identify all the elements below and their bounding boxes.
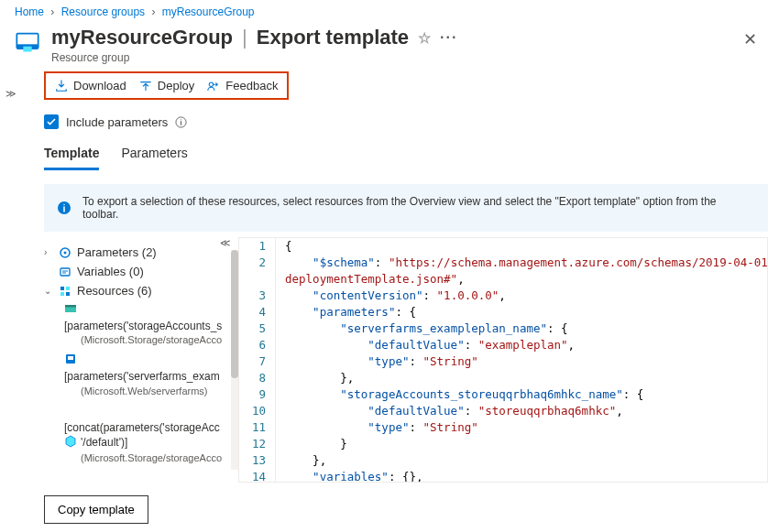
svg-point-3 [209, 82, 213, 86]
storage-icon [64, 435, 77, 451]
svg-rect-9 [60, 287, 64, 290]
parameters-icon [59, 246, 71, 259]
resources-icon [59, 285, 71, 298]
bc-sep: › [50, 5, 54, 18]
tab-template[interactable]: Template [44, 142, 99, 170]
tree-node-parameters[interactable]: › Parameters (2) [44, 243, 231, 262]
tabs: Template Parameters [44, 142, 768, 171]
collapse-tree-icon[interactable]: ≪ [220, 237, 231, 249]
svg-rect-16 [68, 356, 73, 360]
svg-rect-10 [66, 287, 70, 290]
favorite-star-icon[interactable]: ☆ [418, 29, 431, 47]
chevron-down-icon: ⌄ [44, 286, 53, 296]
page-name: Export template [257, 26, 409, 49]
deploy-icon [139, 80, 152, 92]
tree-node-resources[interactable]: ⌄ Resources (6) [44, 281, 231, 300]
export-info-banner: To export a selection of these resources… [44, 184, 768, 232]
page-title: myResourceGroup | Export template ☆ ··· [51, 26, 725, 49]
checkbox-checked-icon[interactable] [44, 114, 59, 129]
svg-rect-14 [65, 305, 76, 308]
tree-node-variables[interactable]: Variables (0) [44, 262, 231, 281]
info-icon[interactable] [175, 116, 187, 128]
bc-sep: › [151, 5, 155, 18]
more-menu-icon[interactable]: ··· [440, 29, 457, 46]
info-icon [57, 201, 71, 215]
bc-current[interactable]: myResourceGroup [162, 5, 255, 18]
tree-leaf-storage3[interactable]: [concat(parameters('storageAcc '/default… [44, 469, 231, 483]
tree-leaf-storage2[interactable]: [concat(parameters('storageAcc '/default… [44, 401, 231, 468]
resource-name: myResourceGroup [51, 26, 233, 49]
feedback-button[interactable]: Feedback [207, 79, 278, 92]
svg-rect-11 [60, 292, 64, 296]
chevron-right-icon: › [44, 247, 53, 257]
svg-rect-8 [60, 268, 70, 276]
command-toolbar: Download Deploy Feedback [44, 71, 289, 100]
tab-parameters[interactable]: Parameters [121, 142, 187, 170]
bc-groups[interactable]: Resource groups [61, 5, 145, 18]
banner-text: To export a selection of these resources… [82, 195, 755, 221]
include-parameters-label: Include parameters [66, 115, 168, 129]
breadcrumb: Home › Resource groups › myResourceGroup [0, 0, 779, 22]
page-header: myResourceGroup | Export template ☆ ··· … [0, 22, 779, 71]
bc-home[interactable]: Home [15, 5, 44, 18]
feedback-icon [207, 80, 220, 92]
code-editor[interactable]: 1{ 2 "$schema": "https://schema.manageme… [238, 237, 768, 483]
include-parameters-option[interactable]: Include parameters [44, 114, 768, 129]
tree-scrollbar[interactable] [231, 250, 238, 470]
svg-rect-12 [66, 292, 70, 296]
close-icon[interactable]: ✕ [736, 26, 764, 53]
svg-rect-2 [23, 47, 31, 52]
download-button[interactable]: Download [55, 79, 126, 92]
template-tree: ≪ › Parameters (2) Variables (0) ⌄ Resou… [44, 237, 238, 483]
resource-group-icon [15, 26, 40, 58]
expand-pane-icon[interactable]: ≫ [5, 88, 16, 100]
variables-icon [59, 266, 71, 278]
download-icon [55, 80, 68, 92]
deploy-button[interactable]: Deploy [139, 79, 194, 92]
tree-leaf-storage1[interactable]: [parameters('storageAccounts_s (Microsof… [44, 300, 231, 351]
copy-template-button[interactable]: Copy template [44, 495, 148, 524]
app-plan-icon [64, 353, 77, 369]
svg-point-7 [64, 251, 67, 254]
storage-icon [64, 302, 77, 319]
resource-type-subtitle: Resource group [51, 51, 725, 64]
tree-leaf-serverfarm[interactable]: [parameters('serverfarms_exam (Microsoft… [44, 351, 231, 401]
